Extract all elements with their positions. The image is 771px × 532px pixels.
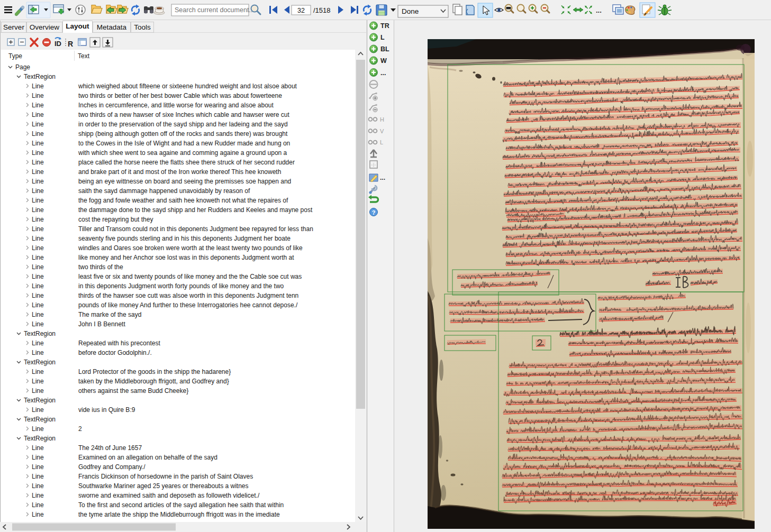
svg-text:...: ... [596, 6, 602, 14]
svg-text:...: ... [380, 69, 386, 77]
svg-text:?: ? [372, 209, 376, 216]
svg-text:TR: TR [380, 22, 389, 30]
svg-text:W: W [380, 57, 387, 65]
svg-text:Done: Done [402, 7, 419, 15]
svg-text:L: L [380, 139, 383, 145]
svg-text:BL: BL [380, 45, 389, 53]
svg-text:H: H [380, 116, 384, 123]
svg-text:L: L [380, 34, 385, 41]
svg-text:...: ... [380, 174, 385, 181]
svg-text:ID: ID [55, 40, 61, 48]
svg-text:V: V [380, 128, 384, 134]
svg-text:R: R [68, 40, 73, 48]
